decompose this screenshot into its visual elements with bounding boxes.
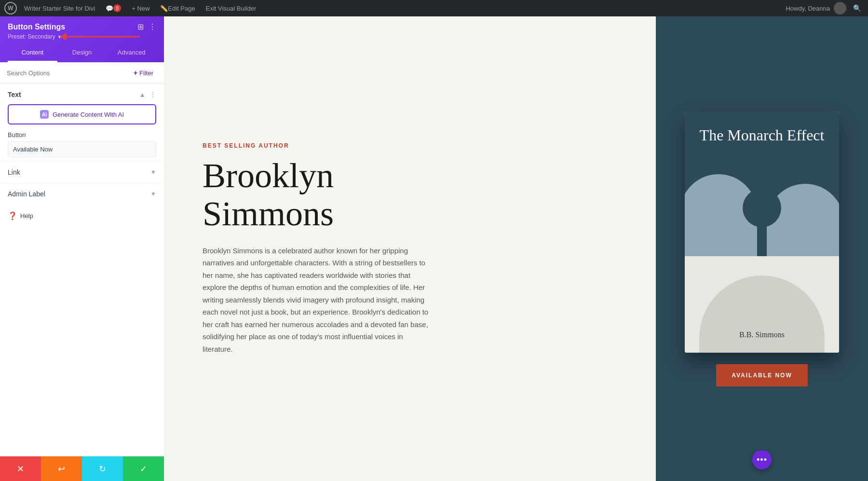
author-name-line2: Simmons — [203, 194, 334, 233]
search-bar: + Filter — [0, 62, 164, 84]
screen-options-icon[interactable]: ⊞ — [137, 22, 144, 31]
admin-bar-right: Howdy, Deanna 🔍 — [786, 2, 864, 14]
text-section: Text ▲ ⋮ AI Generate Content With AI But… — [0, 84, 164, 161]
hero-left: BEST SELLING AUTHOR Brooklyn Simmons Bro… — [164, 16, 656, 481]
new-link[interactable]: + New — [128, 0, 153, 16]
arch-bottom-shape — [699, 275, 825, 353]
more-options-icon[interactable]: ⋮ — [149, 22, 156, 31]
page-content: BEST SELLING AUTHOR Brooklyn Simmons Bro… — [164, 16, 868, 481]
text-section-icons: ▲ ⋮ — [139, 91, 156, 98]
filter-plus-icon: + — [134, 69, 137, 77]
admin-label-section: Admin Label ▼ — [0, 183, 164, 205]
close-button[interactable]: ✕ — [0, 456, 41, 481]
filter-label: Filter — [139, 69, 153, 77]
book-bottom: B.B. Simmons — [685, 256, 839, 353]
settings-panel: Button Settings ⊞ ⋮ Preset: Secondary ▼ … — [0, 16, 164, 481]
comments-link[interactable]: 💬 0 — [102, 0, 125, 16]
ai-icon: AI — [40, 110, 49, 119]
admin-label-chevron-icon: ▼ — [150, 191, 156, 197]
author-credit: B.B. Simmons — [739, 330, 785, 339]
arch-bottom-decoration — [699, 275, 825, 353]
comment-count-badge: 0 — [113, 4, 121, 12]
arch-right-decoration — [767, 184, 839, 256]
text-more-icon[interactable]: ⋮ — [149, 91, 156, 98]
text-collapse-icon[interactable]: ▲ — [139, 91, 146, 98]
floating-menu-dots-icon: ••• — [757, 455, 767, 465]
panel-header-top: Button Settings ⊞ ⋮ — [8, 22, 156, 31]
help-label: Help — [20, 212, 33, 220]
floating-menu-button[interactable]: ••• — [752, 450, 772, 469]
hero-right: The Monarch Effect B.B. Simmons — [656, 16, 868, 481]
link-section-header[interactable]: Link ▼ — [8, 168, 156, 176]
link-section-title: Link — [8, 168, 20, 176]
main-container: Button Settings ⊞ ⋮ Preset: Secondary ▼ … — [0, 0, 868, 481]
book-cover: The Monarch Effect — [685, 111, 839, 256]
main-canvas: BEST SELLING AUTHOR Brooklyn Simmons Bro… — [164, 16, 868, 481]
tab-design[interactable]: Design — [57, 44, 107, 62]
preset-label[interactable]: Preset: Secondary ▼ — [8, 33, 156, 40]
wp-admin-bar: W Writer Starter Site for Divi 💬 0 + New… — [0, 0, 868, 16]
panel-header: Button Settings ⊞ ⋮ Preset: Secondary ▼ … — [0, 16, 164, 62]
search-icon[interactable]: 🔍 — [850, 4, 864, 12]
help-section[interactable]: ❓ Help — [0, 205, 164, 227]
panel-content: + Filter Text ▲ ⋮ AI Generate Content Wi… — [0, 62, 164, 456]
best-selling-label: BEST SELLING AUTHOR — [203, 142, 627, 149]
author-name: Brooklyn Simmons — [203, 157, 627, 233]
link-section: Link ▼ — [0, 161, 164, 183]
panel-title: Button Settings — [8, 23, 65, 31]
tab-advanced[interactable]: Advanced — [107, 44, 156, 62]
arch-center-decoration — [743, 189, 781, 227]
text-section-title: Text — [8, 91, 21, 98]
admin-label-title: Admin Label — [8, 190, 45, 198]
site-name-link[interactable]: Writer Starter Site for Divi — [20, 0, 99, 16]
ai-generate-label: Generate Content With AI — [53, 111, 124, 118]
bottom-toolbar: ✕ ↩ ↻ ✓ — [0, 456, 164, 481]
admin-bar-left: W Writer Starter Site for Divi 💬 0 + New… — [4, 0, 784, 16]
author-name-line1: Brooklyn — [203, 156, 334, 195]
wp-circle-icon: W — [4, 2, 17, 14]
exit-visual-builder-link[interactable]: Exit Visual Builder — [202, 0, 260, 16]
book-card: The Monarch Effect B.B. Simmons — [685, 111, 839, 353]
filter-button[interactable]: + Filter — [130, 67, 157, 79]
tab-content[interactable]: Content — [8, 44, 57, 62]
text-section-header: Text ▲ ⋮ — [8, 91, 156, 98]
author-bio: Brooklyn Simmons is a celebrated author … — [203, 245, 434, 356]
button-field-label: Button — [8, 131, 156, 138]
button-field-container: Button — [8, 131, 156, 157]
redo-button[interactable]: ↻ — [82, 456, 123, 481]
book-title: The Monarch Effect — [694, 126, 829, 144]
save-button[interactable]: ✓ — [123, 456, 164, 481]
wp-logo-icon[interactable]: W — [4, 1, 17, 15]
button-field-input[interactable] — [8, 141, 156, 157]
help-icon: ❓ — [8, 211, 17, 220]
preset-chevron-icon: ▼ — [57, 34, 62, 40]
undo-button[interactable]: ↩ — [41, 456, 82, 481]
panel-header-icons: ⊞ ⋮ — [137, 22, 156, 31]
howdy-text: Howdy, Deanna — [786, 5, 830, 12]
link-chevron-icon: ▼ — [150, 169, 156, 176]
available-now-button[interactable]: AVAILABLE NOW — [716, 364, 808, 386]
edit-page-link[interactable]: ✏️ Edit Page — [156, 0, 199, 16]
panel-tabs: Content Design Advanced — [8, 44, 156, 62]
hero-section: BEST SELLING AUTHOR Brooklyn Simmons Bro… — [164, 16, 868, 481]
search-input[interactable] — [7, 69, 127, 77]
ai-generate-button[interactable]: AI Generate Content With AI — [8, 104, 156, 124]
admin-label-section-header[interactable]: Admin Label ▼ — [8, 190, 156, 198]
user-avatar[interactable] — [834, 2, 846, 14]
